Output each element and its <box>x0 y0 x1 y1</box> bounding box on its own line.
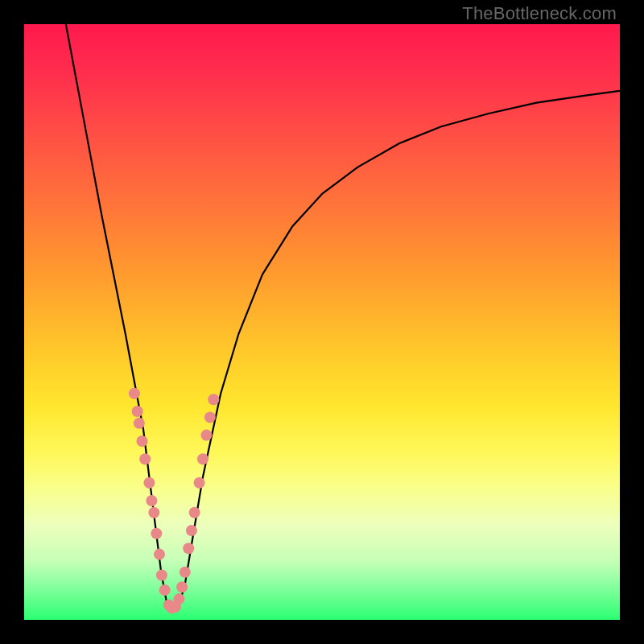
data-dot <box>204 411 216 423</box>
data-dot <box>156 570 167 581</box>
data-dot <box>134 418 145 429</box>
data-dot <box>143 477 155 489</box>
chart-frame: TheBottleneck.com <box>0 0 644 644</box>
data-dot <box>132 406 143 417</box>
data-dot <box>139 453 151 464</box>
data-dot <box>146 495 157 506</box>
bottleneck-curve <box>66 24 620 611</box>
plot-area <box>24 24 620 620</box>
data-dot <box>189 507 200 518</box>
chart-svg <box>24 24 620 620</box>
data-dot <box>154 549 165 560</box>
data-dot <box>176 581 188 592</box>
data-dot <box>194 477 205 489</box>
data-dot <box>200 430 212 441</box>
data-dot <box>151 528 162 539</box>
data-dot <box>148 507 159 518</box>
watermark-text: TheBottleneck.com <box>462 3 617 24</box>
data-dot <box>180 567 191 578</box>
data-dot <box>183 543 194 554</box>
data-dot <box>208 394 219 405</box>
data-dot <box>173 593 184 605</box>
dot-group <box>129 388 219 613</box>
data-dot <box>186 525 197 536</box>
data-dot <box>129 388 140 399</box>
data-dot <box>159 584 171 596</box>
data-dot <box>197 453 208 464</box>
data-dot <box>137 436 148 447</box>
